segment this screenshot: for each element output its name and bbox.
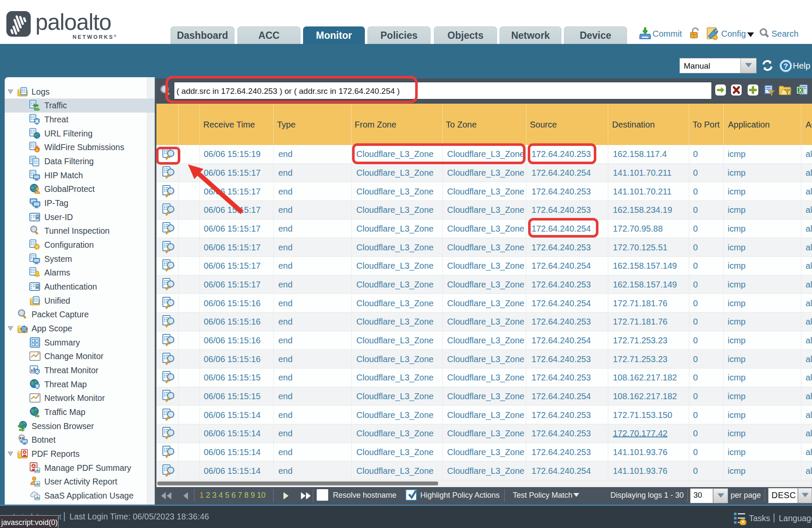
svg-text:?: ?: [783, 62, 788, 70]
svg-text:X: X: [798, 87, 802, 93]
